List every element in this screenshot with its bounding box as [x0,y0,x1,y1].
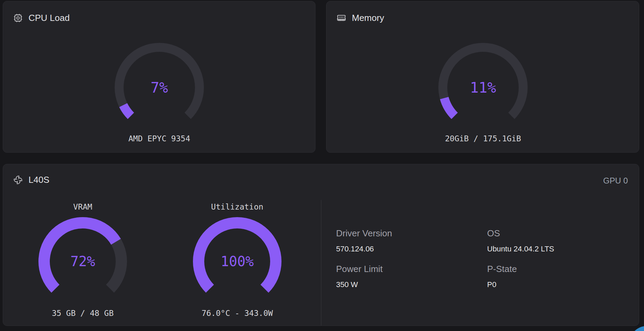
cpu-load-percent: 7% [151,79,168,96]
utilization-percent: 100% [221,253,254,269]
cpu-card-title: CPU Load [28,13,70,23]
memory-card-header: Memory [337,13,384,23]
system-monitor-dashboard: { "colors": { "accent": "#8b5cf6", "trac… [0,0,644,331]
cpu-load-gauge: 7% [113,41,206,134]
driver-version-label: Driver Version [336,228,392,239]
memory-icon [337,13,346,23]
fan-icon [13,175,23,185]
gpu-card-title: L40S [28,175,49,185]
vram-gauge: 72% [36,215,129,308]
driver-version-value: 570.124.06 [336,245,374,253]
power-limit-value: 350 W [336,280,358,289]
os-label: OS [487,228,500,239]
gpu-index-badge: GPU 0 [603,176,628,186]
vram-percent: 72% [70,253,95,269]
utilization-gauge-title: Utilization [211,202,263,211]
vram-usage-label: 35 GB / 48 GB [52,309,114,318]
gpu-card-divider [321,200,321,326]
memory-card: Memory 11% 20GiB / 175.1GiB [326,1,639,153]
pstate-value: P0 [487,280,496,289]
pstate-label: P-State [487,264,517,274]
temp-power-label: 76.0°C - 343.0W [202,309,273,318]
power-limit-label: Power Limit [336,264,383,274]
os-value: Ubuntu 24.04.2 LTS [487,245,554,253]
gpu-card: L40S GPU 0 VRAM 72% 35 GB / 48 GB Utiliz… [3,164,639,326]
cpu-card-header: CPU Load [13,13,70,23]
vram-gauge-title: VRAM [73,202,92,211]
memory-percent: 11% [470,79,496,96]
memory-usage-label: 20GiB / 175.1GiB [445,134,521,143]
cpu-model-label: AMD EPYC 9354 [128,134,190,143]
memory-card-title: Memory [352,13,384,23]
cpu-icon [13,13,23,23]
floating-action-button[interactable] [629,326,644,331]
gpu-card-header: L40S [13,175,49,185]
memory-gauge: 11% [437,41,529,134]
utilization-gauge: 100% [191,215,284,308]
cpu-load-card: CPU Load 7% AMD EPYC 9354 [3,1,315,153]
